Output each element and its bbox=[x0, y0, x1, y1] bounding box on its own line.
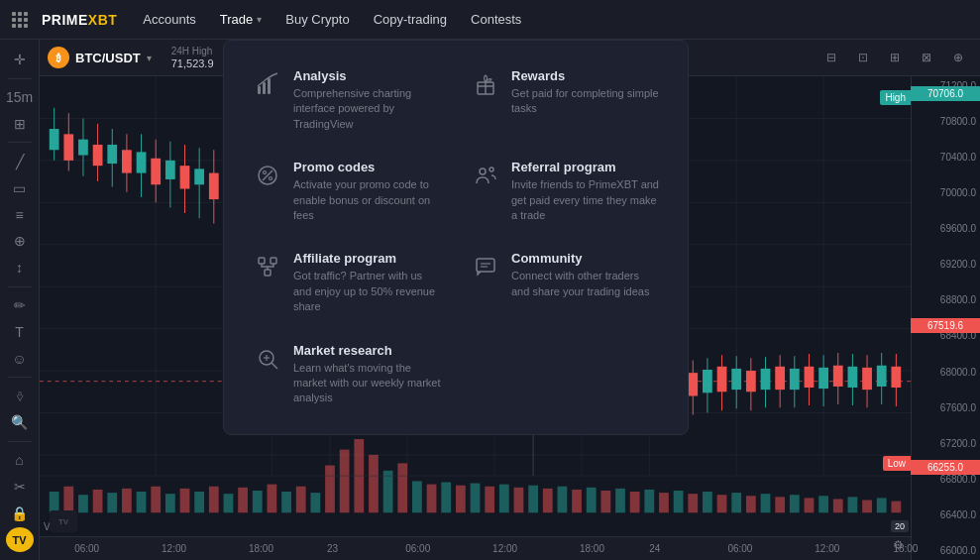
time-day-23: 23 bbox=[327, 543, 338, 554]
svg-rect-151 bbox=[848, 367, 858, 388]
toolbar-separator-1 bbox=[8, 78, 32, 79]
svg-rect-202 bbox=[688, 494, 698, 512]
pencil-tool[interactable]: ✏ bbox=[4, 293, 36, 318]
svg-rect-51 bbox=[122, 150, 132, 172]
svg-rect-198 bbox=[630, 492, 640, 512]
nav-trade[interactable]: Trade ▾ bbox=[210, 6, 272, 33]
nav-buy-crypto[interactable]: Buy Crypto bbox=[275, 6, 359, 33]
menu-item-community[interactable]: Community Connect with other traders and… bbox=[458, 239, 672, 326]
svg-rect-213 bbox=[848, 497, 858, 512]
menu-item-rewards[interactable]: Rewards Get paid for completing simple t… bbox=[458, 56, 672, 144]
svg-rect-209 bbox=[790, 495, 800, 512]
svg-rect-147 bbox=[818, 368, 828, 389]
nav-accounts[interactable]: Accounts bbox=[133, 6, 205, 33]
price-68800: 68800.0 bbox=[916, 294, 976, 305]
magnet-tool[interactable]: ⎀ bbox=[4, 384, 36, 408]
svg-rect-170 bbox=[224, 494, 234, 512]
scissors-btn[interactable]: ✂ bbox=[4, 474, 36, 499]
layout-btn[interactable]: ⊟ bbox=[817, 46, 845, 69]
svg-rect-204 bbox=[717, 495, 727, 512]
comment-btn[interactable]: ⊠ bbox=[913, 46, 940, 69]
svg-line-7 bbox=[263, 170, 272, 180]
svg-rect-149 bbox=[833, 366, 843, 387]
left-toolbar: ✛ 15m ⊞ ╱ ▭ ≡ ⊕ ↕ ✏ T ☺ ⎀ 🔍 ⌂ ✂ 🔒 TV bbox=[0, 40, 40, 560]
user-avatar[interactable]: TV bbox=[6, 527, 34, 552]
indicators-btn[interactable]: ⊞ bbox=[4, 112, 36, 137]
zoom-tool[interactable]: ⊕ bbox=[4, 229, 36, 254]
price-66400: 66400.0 bbox=[916, 509, 976, 520]
menu-item-affiliate[interactable]: Affiliate program Got traffic? Partner w… bbox=[240, 239, 454, 326]
svg-rect-214 bbox=[862, 501, 872, 513]
stat-24h-high: 24H High 71,523.9 bbox=[171, 46, 214, 69]
svg-rect-61 bbox=[194, 168, 204, 184]
svg-rect-2 bbox=[268, 78, 271, 94]
measure-tool[interactable]: ↕ bbox=[4, 256, 36, 280]
pair-chevron[interactable]: ▾ bbox=[147, 53, 152, 63]
screenshot-btn[interactable]: ⊡ bbox=[849, 46, 877, 69]
svg-rect-153 bbox=[862, 368, 872, 390]
low-badge-label: Low bbox=[883, 456, 911, 471]
trade-dropdown-menu: Analysis Comprehensive charting interfac… bbox=[223, 40, 689, 435]
analysis-title: Analysis bbox=[293, 68, 442, 83]
svg-rect-187 bbox=[471, 484, 481, 513]
svg-rect-184 bbox=[427, 485, 437, 513]
svg-rect-182 bbox=[397, 463, 407, 512]
lock-btn[interactable]: 🔒 bbox=[4, 501, 36, 525]
svg-rect-178 bbox=[340, 450, 350, 513]
svg-rect-193 bbox=[558, 487, 568, 513]
settings-icon[interactable]: ⚙ bbox=[887, 534, 909, 556]
menu-item-promo-codes[interactable]: Promo codes Activate your promo code to … bbox=[240, 148, 454, 235]
svg-rect-197 bbox=[615, 489, 625, 512]
pair-info: ₿ BTC/USDT ▾ bbox=[48, 47, 152, 68]
high-badge-label: High bbox=[880, 90, 911, 105]
fullscreen-btn[interactable]: ⊕ bbox=[944, 46, 972, 69]
rect-tool[interactable]: ▭ bbox=[4, 175, 36, 200]
svg-rect-199 bbox=[644, 490, 654, 512]
rewards-icon bbox=[470, 68, 501, 100]
svg-rect-41 bbox=[50, 129, 59, 150]
menu-item-market-research[interactable]: Market research Learn what's moving the … bbox=[240, 331, 454, 418]
menu-item-referral[interactable]: Referral program Invite friends to Prime… bbox=[458, 148, 672, 235]
nav-copy-trading[interactable]: Copy-trading bbox=[364, 6, 457, 33]
promo-codes-icon bbox=[252, 160, 283, 191]
time-day-24: 24 bbox=[649, 543, 660, 554]
menu-item-analysis[interactable]: Analysis Comprehensive charting interfac… bbox=[240, 56, 454, 144]
affiliate-icon bbox=[252, 251, 283, 282]
emoji-tool[interactable]: ☺ bbox=[4, 346, 36, 371]
svg-rect-208 bbox=[775, 497, 785, 512]
camera-btn[interactable]: ⊞ bbox=[881, 46, 909, 69]
svg-rect-189 bbox=[499, 485, 509, 513]
svg-rect-196 bbox=[600, 491, 610, 512]
promo-codes-desc: Activate your promo code to enable bonus… bbox=[293, 177, 442, 223]
svg-rect-175 bbox=[296, 487, 306, 513]
fib-tool[interactable]: ≡ bbox=[4, 202, 36, 227]
text-tool[interactable]: T bbox=[4, 319, 36, 344]
svg-rect-129 bbox=[688, 373, 698, 395]
svg-rect-47 bbox=[93, 145, 103, 166]
svg-rect-192 bbox=[543, 489, 553, 512]
svg-rect-215 bbox=[877, 498, 887, 512]
svg-rect-210 bbox=[805, 498, 815, 512]
home-btn[interactable]: ⌂ bbox=[4, 448, 36, 473]
price-67200: 67200.0 bbox=[916, 438, 976, 449]
analysis-desc: Comprehensive charting interface powered… bbox=[293, 86, 442, 132]
line-tool[interactable]: ╱ bbox=[4, 149, 36, 173]
timeframe-selector[interactable]: 15m bbox=[4, 85, 36, 110]
svg-rect-12 bbox=[265, 270, 271, 276]
zoom-in-tool[interactable]: 🔍 bbox=[4, 410, 36, 435]
referral-title: Referral program bbox=[511, 160, 660, 174]
nav-contests[interactable]: Contests bbox=[461, 6, 531, 33]
svg-point-6 bbox=[270, 177, 272, 180]
svg-rect-11 bbox=[271, 258, 276, 264]
time-1800-2: 18:00 bbox=[580, 543, 604, 554]
svg-rect-157 bbox=[891, 367, 901, 388]
current-price-badge: 67519.6 bbox=[911, 318, 980, 333]
svg-rect-174 bbox=[281, 492, 291, 512]
crosshair-tool[interactable]: ✛ bbox=[4, 48, 36, 72]
svg-point-5 bbox=[264, 171, 267, 174]
toolbar-separator-5 bbox=[8, 441, 32, 442]
rewards-title: Rewards bbox=[511, 68, 660, 83]
logo[interactable]: PRIMEXBT bbox=[12, 12, 117, 28]
svg-rect-205 bbox=[731, 493, 741, 512]
svg-rect-172 bbox=[253, 491, 263, 512]
